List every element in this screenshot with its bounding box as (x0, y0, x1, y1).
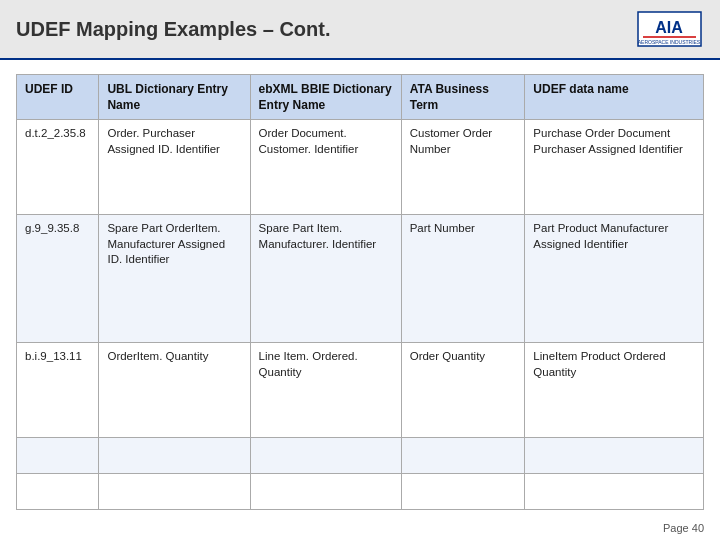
cell-ebxml-3: Line Item. Ordered. Quantity (250, 343, 401, 438)
cell-ebxml-5 (250, 474, 401, 510)
col-header-ubl: UBL Dictionary Entry Name (99, 75, 250, 120)
col-header-ebxml: ebXML BBIE Dictionary Entry Name (250, 75, 401, 120)
col-header-udef-data: UDEF data name (525, 75, 704, 120)
cell-ubl-5 (99, 474, 250, 510)
cell-ata-3: Order Quantity (401, 343, 525, 438)
table-row (17, 438, 704, 474)
cell-udef-data-5 (525, 474, 704, 510)
cell-udef-id-1: d.t.2_2.35.8 (17, 120, 99, 215)
cell-udef-data-2: Part Product Manufacturer Assigned Ident… (525, 215, 704, 343)
page-number: Page 40 (663, 522, 704, 534)
cell-ubl-2: Spare Part OrderItem. Manufacturer Assig… (99, 215, 250, 343)
col-header-ata: ATA Business Term (401, 75, 525, 120)
cell-udef-id-3: b.i.9_13.11 (17, 343, 99, 438)
table-row: d.t.2_2.35.8 Order. Purchaser Assigned I… (17, 120, 704, 215)
aia-logo-container: AIA AEROSPACE INDUSTRIES (634, 10, 704, 48)
col-header-udef-id: UDEF ID (17, 75, 99, 120)
table-row: b.i.9_13.11 OrderItem. Quantity Line Ite… (17, 343, 704, 438)
cell-udef-data-3: LineItem Product Ordered Quantity (525, 343, 704, 438)
table-header-row: UDEF ID UBL Dictionary Entry Name ebXML … (17, 75, 704, 120)
page-title: UDEF Mapping Examples – Cont. (16, 18, 330, 41)
main-content: UDEF ID UBL Dictionary Entry Name ebXML … (0, 60, 720, 518)
svg-text:AIA: AIA (655, 19, 683, 36)
svg-text:AEROSPACE INDUSTRIES: AEROSPACE INDUSTRIES (637, 39, 700, 45)
mapping-table: UDEF ID UBL Dictionary Entry Name ebXML … (16, 74, 704, 510)
footer: Page 40 (0, 518, 720, 540)
page-container: UDEF Mapping Examples – Cont. AIA AEROSP… (0, 0, 720, 540)
cell-ubl-4 (99, 438, 250, 474)
cell-udef-data-4 (525, 438, 704, 474)
header: UDEF Mapping Examples – Cont. AIA AEROSP… (0, 0, 720, 60)
cell-udef-id-2: g.9_9.35.8 (17, 215, 99, 343)
cell-udef-id-5 (17, 474, 99, 510)
cell-ata-4 (401, 438, 525, 474)
cell-ebxml-1: Order Document. Customer. Identifier (250, 120, 401, 215)
cell-ata-1: Customer Order Number (401, 120, 525, 215)
cell-ebxml-2: Spare Part Item. Manufacturer. Identifie… (250, 215, 401, 343)
cell-ubl-3: OrderItem. Quantity (99, 343, 250, 438)
aia-logo: AIA AEROSPACE INDUSTRIES (637, 11, 702, 47)
cell-udef-data-1: Purchase Order Document Purchaser Assign… (525, 120, 704, 215)
table-row (17, 474, 704, 510)
table-row: g.9_9.35.8 Spare Part OrderItem. Manufac… (17, 215, 704, 343)
cell-udef-id-4 (17, 438, 99, 474)
cell-ata-5 (401, 474, 525, 510)
cell-ebxml-4 (250, 438, 401, 474)
cell-ata-2: Part Number (401, 215, 525, 343)
cell-ubl-1: Order. Purchaser Assigned ID. Identifier (99, 120, 250, 215)
